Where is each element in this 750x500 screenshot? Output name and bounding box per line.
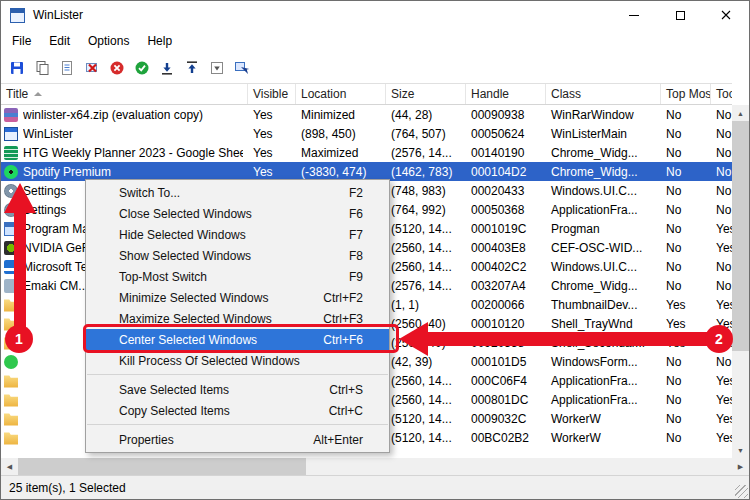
cell-handle: 000104D2 (466, 165, 546, 179)
column-header-size[interactable]: Size (386, 84, 466, 104)
column-header-location[interactable]: Location (296, 84, 386, 104)
cell-handle: 0001019C (466, 222, 546, 236)
cell-visible: Yes (248, 165, 296, 179)
column-header-handle[interactable]: Handle (466, 84, 546, 104)
menu-item-shortcut: Ctrl+S (329, 383, 363, 397)
context-menu-item-close-selected-windows[interactable]: Close Selected WindowsF6 (86, 203, 389, 224)
maximize-button[interactable] (180, 56, 203, 80)
vertical-scrollbar[interactable]: ▲ ▼ (732, 105, 749, 458)
cell-size: (748, 983) (386, 184, 466, 198)
cell-wclass: WorkerW (546, 431, 661, 445)
column-header-title[interactable]: Title (1, 84, 248, 104)
cell-handle: 00920358 (466, 336, 546, 350)
table-row[interactable]: HTG Weekly Planner 2023 - Google Sheet..… (1, 143, 732, 162)
close-window-icon (84, 60, 100, 76)
top-most-button[interactable] (130, 56, 153, 80)
column-header-too[interactable]: Too (711, 84, 732, 104)
scroll-up-button[interactable]: ▲ (732, 105, 749, 121)
menu-item-shortcut: Ctrl+F3 (323, 312, 363, 326)
cell-wclass: ThumbnailDev... (546, 298, 661, 312)
table-row[interactable]: winlister-x64.zip (evaluation copy)YesMi… (1, 105, 732, 124)
cell-handle: 000403E8 (466, 241, 546, 255)
cell-handle: 000801DC (466, 393, 546, 407)
cell-size: (42, 39) (386, 355, 466, 369)
cell-wclass: Chrome_Widg... (546, 146, 661, 160)
cell-topmost: No (661, 241, 711, 255)
context-menu-item-top-most-switch[interactable]: Top-Most SwitchF9 (86, 266, 389, 287)
title-cell: winlister-x64.zip (evaluation copy) (1, 108, 248, 122)
scroll-down-button[interactable]: ▼ (732, 442, 749, 458)
context-menu-item-save-selected-items[interactable]: Save Selected ItemsCtrl+S (86, 379, 389, 400)
column-header-label: Visible (253, 87, 288, 101)
properties-button[interactable] (55, 56, 78, 80)
cell-size: (2560, 14... (386, 374, 466, 388)
cell-topmost: No (661, 431, 711, 445)
cell-visible: Yes (248, 108, 296, 122)
context-menu-item-minimize-selected-windows[interactable]: Minimize Selected WindowsCtrl+F2 (86, 287, 389, 308)
vertical-scroll-thumb[interactable] (732, 121, 749, 351)
cell-wclass: WorkerW (546, 412, 661, 426)
menubar-item-file[interactable]: File (3, 30, 40, 52)
close-icon (721, 10, 731, 20)
winlister-window: WinLister FileEditOptionsHelp TitleVisib… (0, 0, 750, 500)
cell-handle: 00200066 (466, 298, 546, 312)
cell-handle: 00050368 (466, 203, 546, 217)
nvidia-icon (4, 241, 18, 255)
column-header-visible[interactable]: Visible (248, 84, 296, 104)
context-menu-item-kill-process-of-selected-windows[interactable]: Kill Process Of Selected Windows (86, 350, 389, 371)
window-title-text: winlister-x64.zip (evaluation copy) (23, 108, 203, 122)
scroll-left-button[interactable]: ◀ (1, 458, 18, 475)
horizontal-scroll-thumb[interactable] (18, 458, 306, 475)
cell-too: No (711, 184, 732, 198)
switch-to-button[interactable] (230, 56, 253, 80)
appgray-icon (4, 279, 18, 293)
hide-button[interactable] (205, 56, 228, 80)
window-title: WinLister (33, 8, 83, 22)
context-menu-item-maximize-selected-windows[interactable]: Maximize Selected WindowsCtrl+F3 (86, 308, 389, 329)
cell-visible: Yes (248, 127, 296, 141)
scroll-right-button[interactable]: ▶ (732, 458, 749, 475)
save-icon (9, 60, 25, 76)
copy-button[interactable] (30, 56, 53, 80)
properties-icon (59, 60, 75, 76)
menubar-item-help[interactable]: Help (138, 30, 181, 52)
window-title-text: Spotify Premium (23, 165, 111, 179)
spotify-icon (4, 165, 18, 179)
cell-topmost: No (661, 146, 711, 160)
menu-item-shortcut: F7 (349, 228, 363, 242)
cell-too: No (711, 279, 732, 293)
cell-topmost: No (661, 355, 711, 369)
close-button[interactable] (703, 1, 749, 29)
horizontal-scrollbar[interactable]: ◀ ▶ (1, 458, 749, 475)
cell-size: (2560, 40) (386, 317, 466, 331)
maximize-button[interactable] (657, 1, 703, 29)
menu-item-label: Kill Process Of Selected Windows (119, 354, 300, 368)
table-row[interactable]: WinListerYes(898, 450)(764, 507)00050624… (1, 124, 732, 143)
cell-too: Yes (711, 393, 732, 407)
cell-handle: 000101D5 (466, 355, 546, 369)
title-cell: HTG Weekly Planner 2023 - Google Sheet..… (1, 146, 248, 160)
window-title-text: Settings (23, 184, 66, 198)
context-menu-item-show-selected-windows[interactable]: Show Selected WindowsF8 (86, 245, 389, 266)
context-menu-item-switch-to[interactable]: Switch To...F2 (86, 182, 389, 203)
cell-handle: 000C06F4 (466, 374, 546, 388)
context-menu-item-copy-selected-items[interactable]: Copy Selected ItemsCtrl+C (86, 400, 389, 421)
menubar-item-edit[interactable]: Edit (40, 30, 79, 52)
column-header-class[interactable]: Class (546, 84, 661, 104)
menu-item-label: Save Selected Items (119, 383, 229, 397)
context-menu-item-center-selected-windows[interactable]: Center Selected WindowsCtrl+F6 (86, 329, 389, 350)
kill-process-button[interactable] (105, 56, 128, 80)
minimize-button[interactable] (155, 56, 178, 80)
menubar-item-options[interactable]: Options (79, 30, 138, 52)
column-header-label: Too (716, 87, 732, 101)
minimize-button[interactable] (611, 1, 657, 29)
column-header-label: Handle (471, 87, 509, 101)
context-menu-item-properties[interactable]: PropertiesAlt+Enter (86, 429, 389, 450)
column-header-top-most[interactable]: Top Most (661, 84, 711, 104)
folder-icon (4, 412, 18, 426)
context-menu-item-hide-selected-windows[interactable]: Hide Selected WindowsF7 (86, 224, 389, 245)
close-window-button[interactable] (80, 56, 103, 80)
save-button[interactable] (5, 56, 28, 80)
resize-grip[interactable] (735, 485, 748, 498)
menu-item-label: Copy Selected Items (119, 404, 230, 418)
